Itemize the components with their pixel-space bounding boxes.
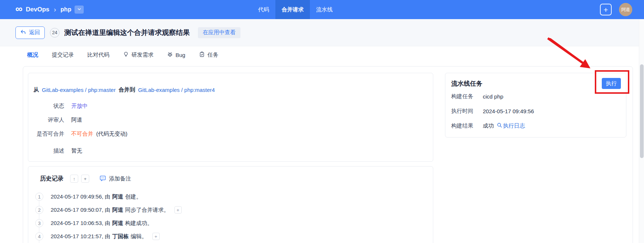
tab-label: 比对代码 — [87, 51, 109, 58]
history-item-number: 1 — [35, 193, 43, 201]
project-dropdown-button[interactable] — [75, 6, 84, 14]
status-value: 开放中 — [71, 103, 88, 110]
history-item-number: 4 — [35, 232, 43, 240]
collapse-button[interactable]: ↑ — [70, 175, 78, 183]
comment-icon — [100, 175, 106, 183]
tab-label: 任务 — [207, 51, 218, 58]
history-actor: 阿道 — [112, 193, 123, 200]
history-item: 3 2024-05-17 10:06:53, 由阿道构建成功。 — [28, 217, 433, 230]
breadcrumb-project[interactable]: php — [61, 6, 71, 13]
tab-bar: 概况 提交记录 比对代码 研发需求 Bug 任务 — [27, 46, 218, 63]
nav-item-merge-request[interactable]: 合并请求 — [275, 0, 310, 19]
exec-log-label: 执行日志 — [503, 122, 525, 129]
description-label: 描述 — [33, 147, 64, 154]
scrollbar-thumb[interactable] — [640, 64, 644, 158]
description-value: 暂无 — [71, 147, 82, 154]
tab-commits[interactable]: 提交记录 — [52, 51, 74, 58]
pipeline-header: 流水线任务 执行 — [445, 73, 626, 89]
tab-label: 研发需求 — [131, 51, 153, 58]
history-action: 同步了合并请求。 — [125, 207, 169, 213]
tab-label: 提交记录 — [52, 51, 74, 58]
build-task-row: 构建任务 cicd php — [445, 89, 626, 104]
exec-time-label: 执行时间 — [451, 108, 474, 115]
merge-to-label: 合并到 — [119, 86, 135, 93]
history-time: 2024-05-17 10:21:57, 由 — [51, 233, 111, 239]
history-time: 2024-05-17 10:06:53, 由 — [51, 220, 111, 226]
view-in-app-button[interactable]: 在应用中查看 — [198, 27, 240, 38]
description-row: 描述 暂无 — [28, 144, 433, 158]
tab-overview[interactable]: 概况 — [27, 51, 38, 58]
navbar-actions: + 阿道 — [600, 0, 632, 19]
expand-all-button[interactable]: + — [81, 175, 89, 183]
source-branch-link[interactable]: GitLab-examples / php:master — [42, 87, 116, 93]
mergeable-row: 是否可合并 不可合并 (代码无变动) — [28, 127, 433, 141]
mergeable-label: 是否可合并 — [33, 131, 64, 137]
build-result-label: 构建结果 — [451, 122, 474, 129]
plus-icon: + — [177, 207, 180, 213]
build-result-row: 构建结果 成功 执行日志 — [445, 118, 626, 133]
add-note-button[interactable]: 添加备注 — [100, 175, 131, 183]
page-title: 测试在禅道里编辑这个合并请求观察结果 — [64, 28, 190, 37]
build-result-value: 成功 — [483, 122, 494, 129]
exec-log-link[interactable]: 执行日志 — [497, 122, 525, 129]
add-note-label: 添加备注 — [109, 175, 131, 182]
history-item-number: 2 — [35, 206, 43, 214]
chevron-right-icon: › — [54, 6, 56, 14]
tab-label: Bug — [176, 52, 185, 58]
main-nav: 代码 合并请求 流水线 — [252, 0, 339, 19]
merge-info-card: 从 GitLab-examples / php:master 合并到 GitLa… — [28, 73, 433, 162]
reviewer-label: 评审人 — [33, 117, 64, 124]
target-branch-link[interactable]: GitLab-examples / php:master4 — [138, 87, 215, 93]
history-list: 1 2024-05-17 09:49:56, 由阿道创建。 2 2024-05-… — [28, 190, 433, 243]
back-label: 返回 — [29, 29, 40, 36]
plus-icon: + — [155, 234, 158, 239]
history-time: 2024-05-17 09:49:56, 由 — [51, 193, 111, 200]
history-card: 历史记录 ↑ + 添加备注 1 2024-05-17 09:49:56, 由阿道… — [28, 166, 433, 243]
mergeable-extra: (代码无变动) — [96, 131, 127, 137]
nav-item-code[interactable]: 代码 — [252, 0, 275, 19]
back-arrow-icon — [20, 29, 26, 36]
pipeline-card: 流水线任务 执行 构建任务 cicd php 执行时间 2024-05-17 0… — [445, 73, 626, 137]
expand-item-button[interactable]: + — [174, 206, 182, 214]
breadcrumb: ∞ DevOps › php — [15, 0, 84, 19]
lightbulb-icon — [123, 51, 129, 58]
nav-item-pipeline[interactable]: 流水线 — [310, 0, 339, 19]
history-item-text: 2024-05-17 10:06:53, 由阿道构建成功。 — [51, 220, 153, 227]
status-label: 状态 — [33, 103, 64, 110]
history-item: 1 2024-05-17 09:49:56, 由阿道创建。 — [28, 190, 433, 203]
history-action: 编辑。 — [131, 233, 147, 239]
history-title: 历史记录 — [40, 175, 64, 183]
history-header: 历史记录 ↑ + 添加备注 — [28, 167, 433, 183]
infinity-logo-icon: ∞ — [15, 4, 22, 14]
history-item-number: 3 — [35, 219, 43, 227]
history-action: 创建。 — [125, 193, 142, 200]
chevron-down-icon — [77, 6, 82, 13]
page-header: 返回 24 测试在禅道里编辑这个合并请求观察结果 在应用中查看 — [0, 19, 639, 46]
history-item-text: 2024-05-17 09:50:07, 由阿道同步了合并请求。 — [51, 207, 169, 214]
from-label: 从 — [33, 86, 39, 93]
tab-label: 概况 — [27, 51, 38, 58]
history-item: 2 2024-05-17 09:50:07, 由阿道同步了合并请求。 + — [28, 203, 433, 217]
search-icon — [497, 122, 502, 129]
plus-icon: + — [84, 176, 87, 181]
exec-time-value: 2024-05-17 09:49:56 — [483, 108, 534, 114]
tab-bug[interactable]: Bug — [167, 51, 185, 58]
history-time: 2024-05-17 09:50:07, 由 — [51, 207, 111, 213]
clipboard-icon — [199, 51, 205, 58]
expand-item-button[interactable]: + — [152, 233, 160, 240]
execute-button[interactable]: 执行 — [602, 78, 621, 89]
history-actor: 阿道 — [112, 207, 123, 213]
mr-id-badge: 24 — [50, 28, 59, 37]
arrow-up-icon: ↑ — [73, 176, 76, 181]
back-button[interactable]: 返回 — [15, 26, 45, 39]
exec-time-row: 执行时间 2024-05-17 09:49:56 — [445, 104, 626, 118]
avatar-text: 阿道 — [621, 7, 630, 13]
build-task-value: cicd php — [483, 93, 503, 100]
avatar[interactable]: 阿道 — [619, 3, 632, 16]
add-button[interactable]: + — [600, 4, 612, 15]
tab-story[interactable]: 研发需求 — [123, 51, 153, 58]
tab-compare-code[interactable]: 比对代码 — [87, 51, 109, 58]
tab-task[interactable]: 任务 — [199, 51, 218, 58]
brand-name[interactable]: DevOps — [26, 6, 49, 13]
history-action: 构建成功。 — [125, 220, 153, 226]
